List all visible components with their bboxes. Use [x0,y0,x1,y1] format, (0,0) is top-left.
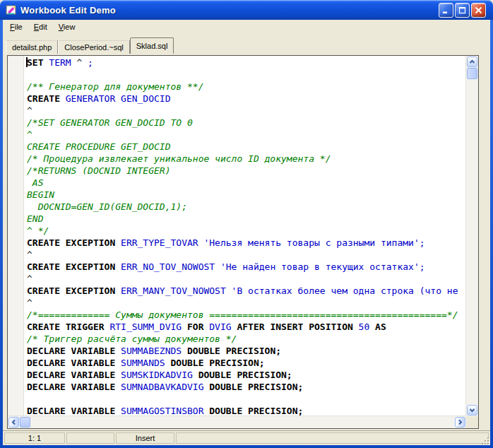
resize-grip[interactable] [481,436,490,445]
app-icon [6,4,17,16]
menu-item-file[interactable]: File [4,20,28,35]
code-line [27,69,466,81]
close-button[interactable] [471,3,486,18]
code-line: ^ [27,129,466,141]
window: Workbook Edit Demo FileEditView detailst… [0,0,493,448]
code-line: DECLARE VARIABLE SUMMANDS DOUBLE PRECISI… [27,357,466,369]
chevron-down-icon [469,407,475,413]
tab-sklad-sql[interactable]: Sklad.sql [130,37,174,54]
code-line: CREATE EXCEPTION ERR_MANY_TOV_NOWOST 'В … [27,285,466,297]
code-line: CREATE EXCEPTION ERR_NO_TOV_NOWOST 'Не н… [27,261,466,273]
code-line: CREATE TRIGGER RTI_SUMM_DVIG FOR DVIG AF… [27,321,466,333]
text-caret [26,57,28,67]
horizontal-scrollbar[interactable] [8,415,466,428]
code-line: /* Триггер расчёта суммы документов */ [27,333,466,345]
minimize-button[interactable] [439,3,453,18]
menu-item-view[interactable]: View [53,20,81,35]
code-area[interactable]: SET TERM ^ ;/** Генератор для документов… [24,56,466,416]
code-line: /* Процедура извлекает уникальное число … [27,153,466,165]
chevron-left-icon [11,419,17,425]
resize-grip-icon [481,437,490,446]
code-line: SET TERM ^ ; [27,57,466,69]
vscroll-thumb[interactable] [467,68,477,79]
status-panel-modified [66,432,114,444]
code-line: DECLARE VARIABLE SUMMAGOSTINSBOR DOUBLE … [27,405,466,416]
status-panel-insert-mode: Insert [116,432,174,444]
code-line: DECLARE VARIABLE SUMSKIDKADVIG DOUBLE PR… [27,369,466,381]
window-title: Workbook Edit Demo [20,5,116,16]
code-line: AS [27,177,466,189]
tab-bar: detailst.phpClosePeriod.~sqlSklad.sql [3,35,490,54]
code-line: DECLARE VARIABLE SUMNADBAVKADVIG DOUBLE … [27,381,466,393]
code-line: BEGIN [27,189,466,201]
code-line: CREATE PROCEDURE GET_DOCID [27,141,466,153]
window-content: FileEditView detailst.phpClosePeriod.~sq… [3,20,490,445]
code-line: CREATE EXCEPTION ERR_TYPE_TOVAR 'Нельзя … [27,237,466,249]
minimize-icon [442,6,450,14]
code-line: END [27,213,466,225]
code-line: /** Генератор для документов **/ [27,81,466,93]
scroll-right-button[interactable] [455,417,465,428]
status-panel-caret-pos: 1: 1 [4,432,65,444]
tab-closeperiod-sql[interactable]: ClosePeriod.~sql [58,40,129,54]
code-line: DOCNID=GEN_ID(GEN_DOCID,1); [27,201,466,213]
code-line: ^ [27,105,466,117]
code-line: CREATE GENERATOR GEN_DOCID [27,93,466,105]
code-line: ^ [27,297,466,309]
menu-bar: FileEditView [3,20,490,35]
code-line [27,393,466,405]
scroll-left-button[interactable] [8,417,19,428]
vertical-scrollbar[interactable] [465,56,478,416]
status-bar: 1: 1Insert [3,430,490,445]
code-line: /*RETURNS (DOCNID INTEGER) [27,165,466,177]
code-line: ^ */ [27,225,466,237]
chevron-up-icon [469,59,475,65]
status-panel-message [176,432,489,444]
code-line: ^ [27,249,466,261]
scroll-up-button[interactable] [467,57,477,67]
menu-item-edit[interactable]: Edit [28,20,53,35]
close-icon [475,6,482,14]
code-line: /*SET GENERATOR GEN_DOCID TO 0 [27,117,466,129]
hscroll-thumb[interactable] [20,417,30,428]
chevron-right-icon [457,419,463,425]
scrollbar-corner [466,416,478,428]
editor-gutter [8,56,24,416]
title-bar[interactable]: Workbook Edit Demo [0,0,493,20]
code-line: ^ [27,273,466,285]
editor[interactable]: SET TERM ^ ;/** Генератор для документов… [7,55,479,429]
code-line: DECLARE VARIABLE SUMMABEZNDS DOUBLE PREC… [27,345,466,357]
maximize-icon [458,6,466,14]
scroll-down-button[interactable] [467,405,477,415]
maximize-button[interactable] [455,3,470,18]
code-line: /*============= Суммы документов =======… [27,309,466,321]
tab-detailst-php[interactable]: detailst.php [6,40,58,54]
